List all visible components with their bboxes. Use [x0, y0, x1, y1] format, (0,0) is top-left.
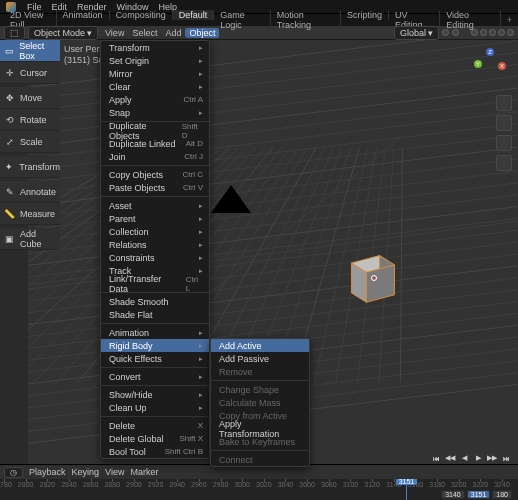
gizmo-x-icon[interactable]: X: [498, 62, 506, 70]
zoom-icon[interactable]: [496, 95, 512, 111]
header-menu-view[interactable]: View: [101, 28, 128, 38]
object-menu-shade-smooth[interactable]: Shade Smooth: [101, 295, 209, 308]
ws-quick-compositing[interactable]: Compositing: [110, 10, 173, 20]
shading-mode-3[interactable]: [498, 29, 505, 36]
object-menu-copy-objects[interactable]: Copy ObjectsCtrl C: [101, 168, 209, 181]
menu-item-label: Transform: [109, 43, 150, 53]
playhead[interactable]: 3151: [406, 479, 407, 500]
snap-toggle[interactable]: [442, 29, 449, 36]
tool-rotate[interactable]: ⟲Rotate: [0, 109, 60, 131]
workspace-tab-video-editing[interactable]: Video Editing: [440, 10, 501, 30]
gizmo-y-icon[interactable]: Y: [474, 60, 482, 68]
object-menu-relations[interactable]: Relations▸: [101, 238, 209, 251]
object-menu-transform[interactable]: Transform▸: [101, 41, 209, 54]
menu-item-label: Clear: [109, 82, 131, 92]
header-menu-object[interactable]: Object: [185, 28, 219, 38]
object-menu-asset[interactable]: Asset▸: [101, 199, 209, 212]
tool-annotate[interactable]: ✎Annotate: [0, 181, 60, 203]
object-menu-delete-global[interactable]: Delete GlobalShift X: [101, 432, 209, 445]
object-menu-collection[interactable]: Collection▸: [101, 225, 209, 238]
scene-object-triangle[interactable]: [211, 185, 251, 213]
playback-menu[interactable]: Playback: [29, 467, 66, 477]
frame-field-0[interactable]: 3140: [441, 490, 465, 499]
object-menu-mirror[interactable]: Mirror▸: [101, 67, 209, 80]
workspace-tab-motion-tracking[interactable]: Motion Tracking: [271, 10, 341, 30]
object-menu-shade-flat[interactable]: Shade Flat: [101, 308, 209, 321]
menu-separator: [101, 196, 209, 197]
nav-icon-column: [496, 95, 512, 171]
object-menu-show-hide[interactable]: Show/Hide▸: [101, 388, 209, 401]
rigid-body-submenu[interactable]: Add ActiveAdd PassiveRemoveChange ShapeC…: [210, 338, 310, 467]
tool-move[interactable]: ✥Move: [0, 87, 60, 109]
mode-dropdown[interactable]: Object Mode ▾: [28, 26, 98, 40]
keying-menu[interactable]: Keying: [72, 467, 100, 477]
frame-field-2[interactable]: 180: [492, 490, 512, 499]
object-menu-bool-tool[interactable]: Bool ToolShift Ctrl B: [101, 445, 209, 458]
object-menu-animation[interactable]: Animation▸: [101, 326, 209, 339]
object-menu-quick-effects[interactable]: Quick Effects▸: [101, 352, 209, 365]
object-menu-join[interactable]: JoinCtrl J: [101, 150, 209, 163]
shading-mode-1[interactable]: [480, 29, 487, 36]
shading-mode-0[interactable]: [471, 29, 478, 36]
workspace-tab-game-logic[interactable]: Game Logic: [214, 10, 271, 30]
transport-btn-1[interactable]: ◀◀: [444, 452, 456, 464]
object-menu-delete[interactable]: DeleteX: [101, 419, 209, 432]
transport-btn-2[interactable]: ◀: [458, 452, 470, 464]
gizmo-z-icon[interactable]: Z: [486, 48, 494, 56]
submenu-arrow-icon: ▸: [199, 373, 203, 381]
header-menu-select[interactable]: Select: [128, 28, 161, 38]
tool-label: Cursor: [20, 68, 47, 78]
timeline-view-menu[interactable]: View: [105, 467, 124, 477]
tool-select-box[interactable]: ▭Select Box: [0, 40, 60, 62]
object-menu-paste-objects[interactable]: Paste ObjectsCtrl V: [101, 181, 209, 194]
rigid-body-apply-transformation[interactable]: Apply Transformation: [211, 422, 309, 435]
object-menu-rigid-body[interactable]: Rigid Body▸: [101, 339, 209, 352]
object-menu-duplicate-linked[interactable]: Duplicate LinkedAlt D: [101, 137, 209, 150]
object-menu-link-transfer-data[interactable]: Link/Transfer DataCtrl L: [101, 277, 209, 290]
editor-type-dropdown[interactable]: ⬚: [4, 26, 25, 40]
cursor-icon: ✛: [3, 66, 16, 79]
object-menu-duplicate-objects[interactable]: Duplicate ObjectsShift D: [101, 124, 209, 137]
shading-mode-4[interactable]: [507, 29, 514, 36]
transport-btn-5[interactable]: ⏭: [500, 452, 512, 464]
camera-icon[interactable]: [496, 135, 512, 151]
marker-menu[interactable]: Marker: [130, 467, 158, 477]
header-menu-add[interactable]: Add: [161, 28, 185, 38]
object-menu-set-origin[interactable]: Set Origin▸: [101, 54, 209, 67]
object-menu-clear[interactable]: Clear▸: [101, 80, 209, 93]
shading-mode-2[interactable]: [489, 29, 496, 36]
timeline-canvas[interactable]: 31403151180 2780280028202840286028802900…: [0, 479, 518, 500]
tool-add-cube[interactable]: ▣Add Cube: [0, 228, 60, 250]
ws-quick-animation[interactable]: Animation: [57, 10, 110, 20]
tool-measure[interactable]: 📏Measure: [0, 203, 60, 225]
object-menu-convert[interactable]: Convert▸: [101, 370, 209, 383]
object-menu-parent[interactable]: Parent▸: [101, 212, 209, 225]
transport-btn-3[interactable]: ▶: [472, 452, 484, 464]
ortho-icon[interactable]: [496, 155, 512, 171]
object-menu-clean-up[interactable]: Clean Up▸: [101, 401, 209, 414]
tool-scale[interactable]: ⤢Scale: [0, 131, 60, 153]
orientation-dropdown[interactable]: Global ▾: [394, 26, 439, 40]
proportional-toggle[interactable]: [452, 29, 459, 36]
timeline-type-icon[interactable]: ◷: [4, 467, 23, 478]
shortcut-label: Ctrl J: [184, 152, 203, 161]
object-menu-apply[interactable]: ApplyCtrl A: [101, 93, 209, 106]
object-menu[interactable]: Transform▸Set Origin▸Mirror▸Clear▸ApplyC…: [100, 40, 210, 459]
cursor3d-icon: [368, 272, 380, 284]
add-workspace-button[interactable]: +: [501, 15, 518, 25]
rigid-body-add-passive[interactable]: Add Passive: [211, 352, 309, 365]
workspace-tab-default[interactable]: Default: [173, 10, 215, 20]
pan-icon[interactable]: [496, 115, 512, 131]
transport-btn-4[interactable]: ▶▶: [486, 452, 498, 464]
tool-cursor[interactable]: ✛Cursor: [0, 62, 60, 84]
transport-btn-0[interactable]: ⏮: [430, 452, 442, 464]
object-menu-snap[interactable]: Snap▸: [101, 106, 209, 119]
nav-gizmo[interactable]: Z Y X: [470, 48, 510, 88]
workspace-tab-scripting[interactable]: Scripting: [341, 10, 389, 20]
tool-label: Select Box: [19, 41, 60, 61]
frame-field-1[interactable]: 3151: [467, 490, 491, 499]
tool-transform[interactable]: ✦Transform: [0, 156, 60, 178]
rigid-body-add-active[interactable]: Add Active: [211, 339, 309, 352]
rotate-icon: ⟲: [3, 113, 16, 126]
object-menu-constraints[interactable]: Constraints▸: [101, 251, 209, 264]
